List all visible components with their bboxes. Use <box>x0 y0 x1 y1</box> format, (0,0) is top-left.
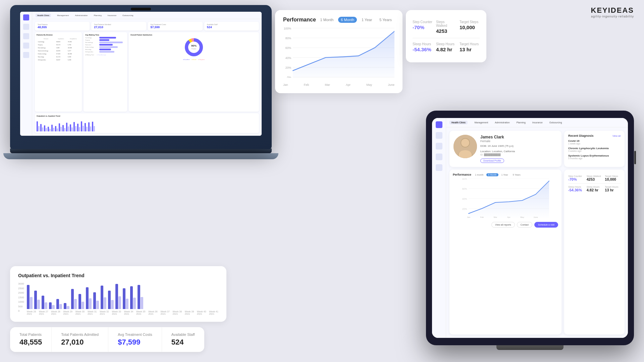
brand-tagline: agility·ingenuity·reliability <box>591 15 634 18</box>
sidebar-settings-icon[interactable] <box>23 52 29 58</box>
tablet-steps-walked: Steps Walked 4253 <box>587 175 602 181</box>
sidebar-home-icon[interactable] <box>23 14 29 20</box>
perf-header: Performance 1 Month 6 Month 1 Year 5 Yea… <box>283 17 394 23</box>
stat-sleep-hours: Sleep Hours -54.36% <box>413 42 433 52</box>
svg-point-21 <box>461 139 469 147</box>
tablet-steps-walked-label: Steps Walked <box>587 175 602 177</box>
x-label-feb: Feb <box>304 83 309 86</box>
sidebar-folder-icon[interactable] <box>23 43 29 49</box>
stat-staff-value: 524 <box>207 25 256 29</box>
tablet-target-hours-label: Target Hours <box>605 186 621 188</box>
performance-card: Performance 1 Month 6 Month 1 Year 5 Yea… <box>275 10 402 93</box>
tablet-power-button[interactable] <box>634 151 636 164</box>
tab-nav-administration[interactable]: Administration <box>495 121 509 124</box>
tab-nav-insurance[interactable]: Insurance <box>532 121 543 124</box>
laptop-body: Health Clinic Management Administration … <box>10 5 272 149</box>
nav-insurance[interactable]: Insurance <box>108 14 116 16</box>
diag-name-1: Covid 19 <box>568 139 621 142</box>
stat-step-counter: Step Counter -70% <box>413 20 433 34</box>
tablet-step-counter: Step Counter -70% <box>568 175 584 181</box>
brand-logo: KEYIDEAS agility·ingenuity·reliability <box>591 6 634 18</box>
bsr-costs: Avg Treatment Costs $7,599 <box>108 327 162 352</box>
download-profile-btn[interactable]: Download Profile <box>480 159 504 163</box>
stat-sleep-hours-value: -54.36% <box>413 47 433 52</box>
stat-costs: Avg Treatment Costs $7,599 <box>148 22 203 31</box>
bsr-admitted-label: Total Patients Admitted <box>61 333 99 337</box>
diag-name-2: Chronic Lymphocytic Leukemia <box>568 147 621 150</box>
schedule-visit-btn[interactable]: Schedule a visit <box>534 222 558 228</box>
tab-sidebar-briefcase[interactable] <box>436 143 442 149</box>
svg-text:20%: 20% <box>285 66 291 69</box>
tablet-sleep-walked: Sleep Hours 4.82 hr <box>587 186 602 192</box>
diagnosis-title: Recent Diagnosis <box>568 134 594 137</box>
tab-sidebar-home[interactable] <box>436 121 442 128</box>
tablet-target-hours: Target Hours 13 hr <box>605 186 621 192</box>
tablet-perf-header: Performance 1 month 6 Month 1 Year 5 Yea… <box>453 173 558 176</box>
stat-target-steps-value: 10,000 <box>460 24 480 30</box>
view-all-reports-btn[interactable]: View all reports <box>491 222 515 228</box>
tablet-sleep-hours-label: Sleep Hours <box>568 186 584 188</box>
x-label-may: May <box>366 83 372 86</box>
diag-time-2: 3 weeks ago <box>568 150 621 152</box>
tablet-perf-title: Performance <box>453 173 471 176</box>
tablet-tab-5years[interactable]: 5 Years <box>511 173 522 176</box>
nav-planning[interactable]: Planning <box>94 14 101 16</box>
tablet-step-counter-value: -70% <box>568 177 584 181</box>
stat-sleep-hours-label: Sleep Hours <box>413 42 433 46</box>
stat-target-hours-value: 13 hr <box>460 47 480 52</box>
tablet-tab-1year[interactable]: 1 Year <box>500 173 510 176</box>
tab-nav-management[interactable]: Management <box>474 121 488 124</box>
svg-point-1 <box>186 40 201 55</box>
perf-chart-svg: 100% 80% 60% 40% 20% 0% <box>283 27 394 78</box>
tablet-target-hours-value: 13 hr <box>605 188 621 192</box>
tablet-stand <box>496 345 564 350</box>
tablet-tab-1month[interactable]: 1 month <box>473 173 485 176</box>
svg-text:Mar: Mar <box>494 216 497 218</box>
tablet-stat-row-2: Sleep Hours -54.36% Sleep Hours 4.82 hr <box>568 186 621 192</box>
patient-section: James Clark Female DOB: 19 June 1945 (75… <box>449 131 625 167</box>
nav-management[interactable]: Management <box>57 14 69 16</box>
stat-admitted-value: 27,010 <box>94 25 143 29</box>
stat-sleep-walked: Sleep Hours 4.82 hr <box>436 42 456 52</box>
laptop-base <box>3 153 278 159</box>
bsr-total-patients-value: 48,555 <box>19 338 42 347</box>
tab-sidebar-folder[interactable] <box>436 154 442 160</box>
tab-nav-outsourcing[interactable]: Outsourcing <box>549 121 562 124</box>
svg-text:May: May <box>520 216 524 218</box>
tablet-sleep-walked-label: Sleep Hours <box>587 186 602 188</box>
sidebar-list-icon[interactable] <box>23 24 29 30</box>
sidebar-briefcase-icon[interactable] <box>23 33 29 39</box>
contact-btn[interactable]: Contact <box>517 222 532 228</box>
tablet-device: Health Clinic Management Administration … <box>426 111 634 352</box>
laptop-screen: Health Clinic Management Administration … <box>20 12 262 136</box>
tablet-action-row: View all reports Contact Schedule a visi… <box>453 222 558 228</box>
nav-administration[interactable]: Administration <box>75 14 88 16</box>
tablet-body: Health Clinic Management Administration … <box>426 111 634 345</box>
svg-text:Jan: Jan <box>467 216 470 218</box>
x-label-june: June <box>388 83 394 86</box>
tab-sidebar-list[interactable] <box>436 132 442 139</box>
patient-dob: DOB: 19 June 1945 (75 y.o) <box>480 144 557 148</box>
avg-waiting-time-card: Avg Waiting Time Cardiology Surgery Derm… <box>84 32 127 112</box>
stat-step-counter-label: Step Counter <box>413 20 433 24</box>
nav-outsourcing[interactable]: Outsourcing <box>122 14 133 16</box>
stat-steps-walked: Steps Walked 4253 <box>436 20 456 34</box>
laptop-trend-card: Outpatient vs. Inpatient Trend <box>35 113 259 133</box>
view-all-btn[interactable]: View all <box>612 135 621 137</box>
perf-tab-6month[interactable]: 6 Month <box>338 17 357 23</box>
perf-tab-1year[interactable]: 1 Year <box>359 17 375 23</box>
svg-text:Positive: Positive <box>192 48 197 50</box>
tab-nav-planning[interactable]: Planning <box>517 121 526 124</box>
svg-text:80%: 80% <box>462 178 467 180</box>
laptop-trend-bars <box>37 118 257 131</box>
tablet-stat-group-2: Sleep Hours -54.36% Sleep Hours 4.82 hr <box>568 184 621 194</box>
stat-total-patients-value: 48,555 <box>38 25 87 29</box>
tablet-tab-6month[interactable]: 6 Month <box>486 173 498 176</box>
bottom-trend-bars <box>27 282 218 309</box>
perf-tab-1month[interactable]: 1 Month <box>318 17 336 23</box>
perf-tab-5years[interactable]: 5 Years <box>377 17 394 23</box>
tab-sidebar-settings[interactable] <box>436 164 442 171</box>
svg-text:40%: 40% <box>285 56 291 60</box>
stat-target-hours: Target Hours 13 hr <box>460 42 480 52</box>
tablet-stat-row-1: Step Counter -70% Steps Walked 4253 <box>568 175 621 181</box>
